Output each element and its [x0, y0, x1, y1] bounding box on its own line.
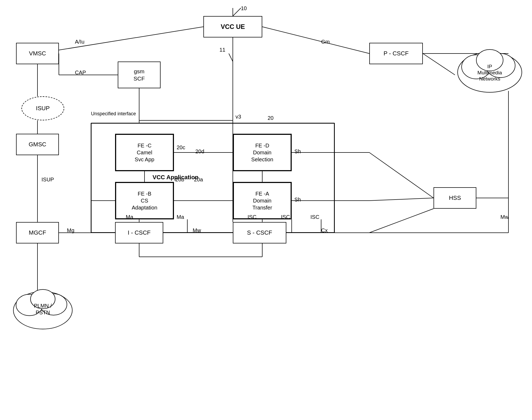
svg-text:PLMN /: PLMN /: [34, 303, 52, 309]
mgcf-box: MGCF: [16, 222, 59, 243]
hss-box: HSS: [434, 187, 476, 209]
svg-line-24: [369, 198, 434, 201]
isup-oval: ISUP: [21, 96, 64, 120]
fe-d-box: FE -DDomainSelection: [233, 134, 292, 171]
vcc-app-label: VCC Application: [153, 174, 199, 181]
fe-c-box: FE -CCamelSvc App: [115, 134, 174, 171]
svg-text:Multimedia: Multimedia: [477, 70, 502, 75]
v3-label: v3: [235, 114, 241, 120]
i-cscf-box: I - CSCF: [115, 222, 163, 243]
isup-text-label: ISUP: [41, 177, 54, 183]
sh-2-label: Sh: [294, 197, 301, 203]
svg-text:PSTN: PSTN: [36, 310, 50, 315]
isc-2-label: ISC: [281, 214, 290, 220]
ref-10-label: 10: [241, 5, 247, 12]
isc-3-label: ISC: [310, 214, 319, 220]
cap-label: CAP: [75, 70, 86, 76]
fe-b-box: FE -BCSAdaptation: [115, 182, 174, 219]
gmsc-box: GMSC: [16, 134, 59, 155]
isc-1-label: ISC: [248, 214, 256, 220]
mw-2-label: Mw: [500, 214, 509, 220]
vmsc-box: VMSC: [16, 43, 59, 64]
svg-line-28: [423, 54, 455, 75]
gm-label: Gm: [321, 39, 330, 45]
unspecified-label: Unspecified interface: [91, 111, 136, 117]
vcc-ue-box: VCC UE: [203, 16, 262, 37]
ref-11-label: 11: [219, 47, 225, 53]
ref-20c-label: 20c: [177, 144, 185, 151]
svg-line-5: [229, 54, 233, 62]
mw-1-label: Mw: [193, 227, 201, 234]
s-cscf-box: S - CSCF: [233, 222, 286, 243]
ref-20-label: 20: [268, 115, 273, 121]
svg-line-3: [262, 27, 369, 54]
ma-2-label: Ma: [177, 214, 184, 220]
svg-text:Networks: Networks: [479, 76, 500, 82]
svg-text:IP: IP: [487, 64, 492, 69]
diagram: VCC UE VMSC P - CSCF gsmSCF ISUP GMSC FE…: [0, 0, 532, 420]
ref-20d-label: 20d: [195, 148, 204, 155]
svg-line-42: [369, 209, 434, 233]
mg-label: Mg: [67, 227, 74, 234]
ip-multimedia-cloud: IP Multimedia Networks: [455, 40, 525, 99]
ma-1-label: Ma: [126, 214, 133, 220]
gsm-scf-box: gsmSCF: [118, 62, 161, 88]
fe-a-box: FE -ADomainTransfer: [233, 182, 292, 219]
plmn-pstn-cloud: PLMN / PSTN: [11, 281, 75, 334]
sh-1-label: Sh: [294, 148, 301, 155]
p-cscf-box: P - CSCF: [369, 43, 423, 64]
svg-line-2: [37, 27, 203, 54]
svg-line-22: [369, 152, 434, 198]
cx-label: Cx: [321, 227, 328, 234]
a-iu-label: A/Iu: [75, 39, 85, 45]
svg-line-1: [233, 8, 241, 16]
